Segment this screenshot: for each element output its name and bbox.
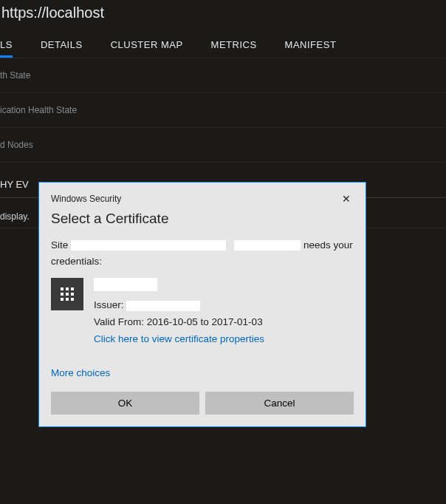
issuer-label: Issuer: [94, 299, 124, 310]
msg-prefix: Site [51, 239, 68, 251]
valid-dates: Valid From: 2016-10-05 to 2017-01-03 [94, 314, 264, 331]
redacted-site-2 [234, 240, 301, 251]
list-item: th State [0, 58, 446, 93]
list-item: ication Health State [0, 93, 446, 128]
view-cert-properties-link[interactable]: Click here to view certificate propertie… [94, 331, 264, 348]
dialog-buttons: OK Cancel [51, 392, 354, 415]
tab-essentials[interactable]: LS [0, 36, 13, 58]
redacted-cert-name [94, 278, 157, 291]
tab-bar: LS DETAILS CLUSTER MAP METRICS MANIFEST [0, 29, 446, 58]
tab-metrics[interactable]: METRICS [211, 36, 257, 58]
ok-button[interactable]: OK [51, 392, 199, 415]
list-item: d Nodes [0, 128, 446, 163]
url-bar: https://localhost [0, 0, 446, 29]
tab-manifest[interactable]: MANIFEST [285, 36, 337, 58]
redacted-issuer [126, 301, 200, 311]
more-choices-link[interactable]: More choices [51, 358, 354, 392]
dialog-title: Select a Certificate [51, 211, 354, 237]
redacted-site [71, 240, 226, 251]
cancel-button[interactable]: Cancel [205, 392, 354, 415]
tab-details[interactable]: DETAILS [41, 36, 83, 58]
certificate-dialog: Windows Security ✕ Select a Certificate … [38, 182, 366, 427]
item-list: th State ication Health State d Nodes [0, 58, 446, 163]
close-icon[interactable]: ✕ [339, 191, 354, 206]
dialog-message: Site needs your credentials: [51, 237, 354, 278]
certificate-item[interactable]: Issuer: Valid From: 2016-10-05 to 2017-0… [51, 278, 354, 358]
certificate-icon [51, 278, 83, 310]
certificate-info: Issuer: Valid From: 2016-10-05 to 2017-0… [94, 278, 264, 348]
dialog-header-text: Windows Security [51, 194, 121, 204]
tab-cluster-map[interactable]: CLUSTER MAP [111, 36, 183, 58]
